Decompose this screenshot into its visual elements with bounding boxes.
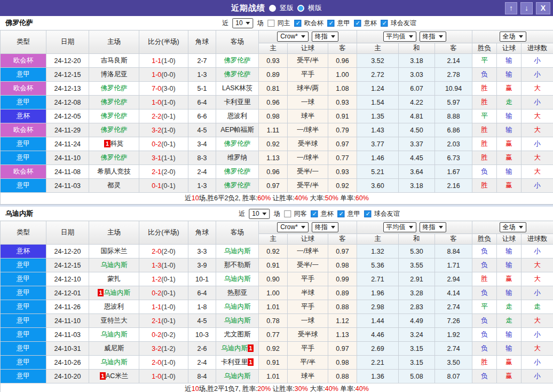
league-filter-checkbox[interactable] [365,210,372,217]
fulltime-score: 2-0 [152,248,161,255]
match-row: 意甲24-12-15博洛尼亚1-0(0-0)1-3佛罗伦萨0.89平手1.002… [1,68,553,82]
games-count-select[interactable]: 10 [232,18,253,28]
result-goals: 走 [522,300,553,314]
handicap-home-odds: 0.78 [259,314,288,328]
radio-vertical[interactable] [269,5,276,12]
move-down-button[interactable]: ↓ [520,2,533,14]
result-goals: 小 [522,54,553,68]
handicap-home-odds: 1.13 [259,151,288,165]
chevron-down-icon [439,35,443,38]
result-handicap: 赢 [497,356,522,370]
league-cell: 意甲 [1,258,46,272]
odds-company-select[interactable]: Crow* [277,222,309,232]
result-handicap: 赢 [497,137,522,151]
average-type-select[interactable]: 平均值 [383,32,416,42]
result-goals: 小 [522,96,553,109]
team-label: 乌迪内斯 [224,317,251,324]
result-goals: 大 [522,258,553,272]
date-cell: 24-12-05 [46,109,89,123]
league-cell: 意甲 [1,179,46,193]
league-filter-label: 欧会杯 [304,19,324,28]
corner-cell: 3-9 [188,258,216,272]
home-team-cell: 佛罗伦萨 [89,123,139,137]
result-handicap: 输 [497,245,522,258]
date-cell: 24-11-29 [46,123,89,137]
handicap-line: 一球 [288,314,328,328]
league-filter-checkbox[interactable] [311,210,318,217]
corner-cell: 4-5 [188,314,216,328]
odds-company-select[interactable]: Crow* [277,32,309,42]
score-cell: 0-2(0-2) [139,328,188,342]
result-winloss: 胜 [472,82,497,96]
team-label: 恩波利 [227,112,248,120]
scope-select[interactable]: 全场 [500,222,526,232]
radio-horizontal[interactable] [297,5,304,12]
result-goals: 小 [522,179,553,193]
summary-segment: 让胜率: [271,194,294,202]
fulltime-score: 1-3 [152,262,161,269]
league-filter-checkbox[interactable] [295,20,302,27]
league-filter-checkbox[interactable] [338,210,345,217]
same-side-checkbox[interactable] [268,20,275,27]
corner-cell: 6-4 [188,96,216,109]
same-side-checkbox[interactable] [285,210,291,217]
average-group-header: 平均值终指 [357,30,472,43]
average-stage-select[interactable]: 终指 [420,222,446,232]
league-cell: 意甲 [1,137,46,151]
date-cell: 24-11-03 [46,328,89,342]
move-up-button[interactable]: ↑ [505,2,517,14]
date-cell: 24-11-24 [46,137,89,151]
league-cell: 意甲 [1,272,46,286]
league-filter-label: 意杯 [320,209,334,218]
summary-segment: 场,胜6平2负2, 胜率: [199,194,258,202]
handicap-line: 一球 [288,96,328,109]
average-type-select[interactable]: 平均值 [383,222,416,232]
close-icon: X [541,4,546,12]
result-handicap: 赢 [497,179,522,193]
result-winloss: 负 [472,258,497,272]
league-filter-checkbox[interactable] [354,20,361,27]
home-team-cell: 都灵 [89,179,139,193]
date-cell: 24-11-08 [46,165,89,179]
result-goals: 小 [522,328,553,342]
corner-cell: 8-4 [188,370,216,383]
title-group: 近期战绩 竖版 横版 [0,3,553,13]
corner-cell: 6-4 [188,286,216,300]
handicap-away-odds: 0.98 [328,258,357,272]
result-winloss: 平 [472,300,497,314]
summary-segment: 10 [192,385,199,392]
close-button[interactable]: X [536,2,550,14]
col-header: 客场 [216,30,259,54]
avg-home-odds: 1.96 [357,286,399,300]
avg-away-odds: 8.88 [435,109,472,123]
handicap-away-odds: 1.12 [328,314,357,328]
scope-select[interactable]: 全场 [500,32,526,42]
matches-table: 类型日期主场比分(半场)角球客场Crow*终指平均值终指全场主让球客主和客胜负让… [0,30,553,205]
average-group-header: 平均值终指 [357,221,472,234]
avg-away-odds: 1.92 [435,328,472,342]
avg-home-odds: 1.46 [357,151,399,165]
handicap-away-odds: 0.92 [328,179,357,193]
handicap-stage-select[interactable]: 终指 [312,32,338,42]
corner-cell: 10-3 [188,328,216,342]
league-filter-checkbox[interactable] [328,20,335,27]
league-filter-checkbox[interactable] [381,20,388,27]
score-cell: 3-1(1-1) [139,151,188,165]
handicap-away-odds: 0.89 [328,286,357,300]
games-count-select[interactable]: 10 [249,209,270,219]
handicap-home-odds: 1.11 [259,123,288,137]
score-cell: 1-2(0-1) [139,272,188,286]
handicap-stage-select[interactable]: 终指 [312,222,338,232]
avg-draw-odds: 3.64 [399,165,435,179]
avg-home-odds: 1.35 [357,109,399,123]
halftime-score: (0-1) [161,140,175,148]
chevron-down-icon [331,226,335,229]
chevron-down-icon [301,35,305,38]
fulltime-score: 1-0 [152,99,161,106]
average-stage-select[interactable]: 终指 [420,32,446,42]
same-side-label: 同主 [277,19,291,28]
home-team-cell: 威尼斯 [89,342,139,356]
avg-draw-odds: 2.83 [399,300,435,314]
col-header: 主场 [89,221,139,245]
fulltime-score: 1-2 [152,276,161,283]
